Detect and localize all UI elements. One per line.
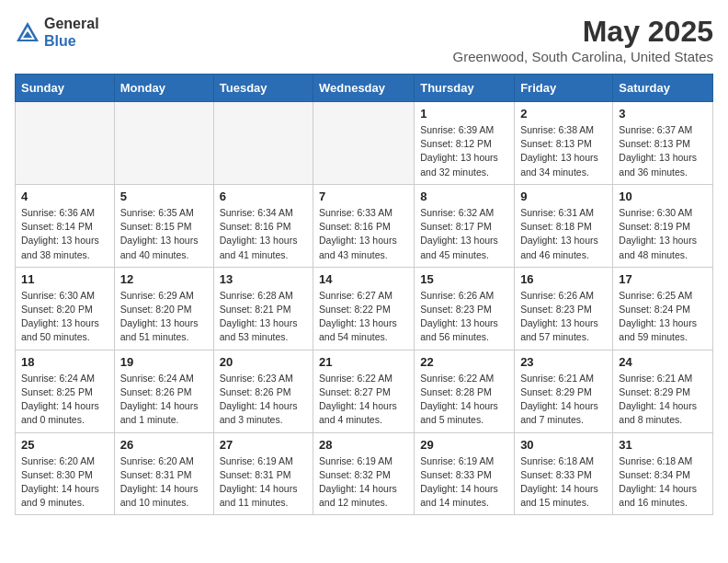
day-number: 29 [420,438,508,452]
day-number: 31 [619,438,707,452]
day-number: 12 [120,272,208,286]
day-number: 13 [220,272,307,286]
calendar-week-3: 11Sunrise: 6:30 AM Sunset: 8:20 PM Dayli… [16,267,713,350]
calendar-cell: 3Sunrise: 6:37 AM Sunset: 8:13 PM Daylig… [613,102,713,185]
calendar-cell: 1Sunrise: 6:39 AM Sunset: 8:12 PM Daylig… [415,102,515,185]
day-number: 30 [520,438,607,452]
day-info: Sunrise: 6:31 AM Sunset: 8:18 PM Dayligh… [520,206,607,262]
day-info: Sunrise: 6:28 AM Sunset: 8:21 PM Dayligh… [220,289,307,345]
day-number: 19 [120,355,208,369]
day-number: 9 [520,190,607,203]
column-header-wednesday: Wednesday [313,75,415,102]
day-info: Sunrise: 6:19 AM Sunset: 8:32 PM Dayligh… [319,454,408,511]
calendar-cell: 21Sunrise: 6:22 AM Sunset: 8:27 PM Dayli… [313,350,415,432]
day-number: 15 [420,272,508,286]
calendar-cell: 20Sunrise: 6:23 AM Sunset: 8:26 PM Dayli… [213,350,313,432]
day-info: Sunrise: 6:19 AM Sunset: 8:31 PM Dayligh… [220,454,307,511]
day-number: 3 [619,107,707,121]
day-number: 20 [220,355,307,369]
calendar-cell: 16Sunrise: 6:26 AM Sunset: 8:23 PM Dayli… [515,267,613,350]
day-info: Sunrise: 6:27 AM Sunset: 8:22 PM Dayligh… [319,289,408,345]
day-number: 22 [420,355,508,369]
calendar-cell: 9Sunrise: 6:31 AM Sunset: 8:18 PM Daylig… [515,184,613,267]
logo-icon [15,19,40,45]
day-number: 5 [120,190,208,203]
logo: General Blue [15,15,99,50]
calendar-cell: 11Sunrise: 6:30 AM Sunset: 8:20 PM Dayli… [16,267,115,350]
day-number: 17 [619,272,707,286]
day-info: Sunrise: 6:35 AM Sunset: 8:15 PM Dayligh… [120,206,208,262]
calendar-cell: 12Sunrise: 6:29 AM Sunset: 8:20 PM Dayli… [114,267,213,350]
calendar-cell: 4Sunrise: 6:36 AM Sunset: 8:14 PM Daylig… [16,184,115,267]
calendar-cell: 15Sunrise: 6:26 AM Sunset: 8:23 PM Dayli… [415,267,515,350]
calendar-cell: 31Sunrise: 6:18 AM Sunset: 8:34 PM Dayli… [613,432,713,515]
column-header-tuesday: Tuesday [213,75,313,102]
calendar-cell: 23Sunrise: 6:21 AM Sunset: 8:29 PM Dayli… [515,350,613,432]
day-info: Sunrise: 6:26 AM Sunset: 8:23 PM Dayligh… [420,289,508,345]
day-info: Sunrise: 6:22 AM Sunset: 8:27 PM Dayligh… [319,372,408,428]
day-number: 11 [21,272,108,286]
day-info: Sunrise: 6:24 AM Sunset: 8:26 PM Dayligh… [120,372,208,428]
title-block: May 2025 Greenwood, South Carolina, Unit… [453,15,714,64]
calendar-week-1: 1Sunrise: 6:39 AM Sunset: 8:12 PM Daylig… [16,102,713,185]
day-number: 18 [21,355,108,369]
calendar-week-4: 18Sunrise: 6:24 AM Sunset: 8:25 PM Dayli… [16,350,713,432]
calendar-cell: 26Sunrise: 6:20 AM Sunset: 8:31 PM Dayli… [114,432,213,515]
day-info: Sunrise: 6:19 AM Sunset: 8:33 PM Dayligh… [420,454,508,511]
calendar-subtitle: Greenwood, South Carolina, United States [453,49,714,64]
day-number: 25 [21,438,108,452]
calendar-cell: 25Sunrise: 6:20 AM Sunset: 8:30 PM Dayli… [16,432,115,515]
calendar-cell: 8Sunrise: 6:32 AM Sunset: 8:17 PM Daylig… [415,184,515,267]
calendar-cell [16,102,115,185]
calendar-cell: 28Sunrise: 6:19 AM Sunset: 8:32 PM Dayli… [313,432,415,515]
calendar-cell: 18Sunrise: 6:24 AM Sunset: 8:25 PM Dayli… [16,350,115,432]
column-header-saturday: Saturday [613,75,713,102]
day-info: Sunrise: 6:38 AM Sunset: 8:13 PM Dayligh… [520,123,607,179]
day-info: Sunrise: 6:20 AM Sunset: 8:31 PM Dayligh… [120,454,208,511]
day-info: Sunrise: 6:18 AM Sunset: 8:34 PM Dayligh… [619,454,707,511]
page-header: General Blue May 2025 Greenwood, South C… [15,15,713,64]
day-number: 21 [319,355,408,369]
calendar-cell: 7Sunrise: 6:33 AM Sunset: 8:16 PM Daylig… [313,184,415,267]
day-info: Sunrise: 6:23 AM Sunset: 8:26 PM Dayligh… [220,372,307,428]
day-info: Sunrise: 6:21 AM Sunset: 8:29 PM Dayligh… [520,372,607,428]
day-number: 16 [520,272,607,286]
day-info: Sunrise: 6:21 AM Sunset: 8:29 PM Dayligh… [619,372,707,428]
day-number: 26 [120,438,208,452]
day-number: 27 [220,438,307,452]
day-info: Sunrise: 6:26 AM Sunset: 8:23 PM Dayligh… [520,289,607,345]
day-number: 8 [420,190,508,203]
day-number: 1 [420,107,508,121]
calendar-header-row: SundayMondayTuesdayWednesdayThursdayFrid… [16,75,713,102]
calendar-cell [213,102,313,185]
day-number: 24 [619,355,707,369]
day-info: Sunrise: 6:30 AM Sunset: 8:20 PM Dayligh… [21,289,108,345]
day-number: 4 [21,190,108,203]
day-number: 10 [619,190,707,203]
day-info: Sunrise: 6:25 AM Sunset: 8:24 PM Dayligh… [619,289,707,345]
calendar-cell [114,102,213,185]
day-number: 23 [520,355,607,369]
day-number: 7 [319,190,408,203]
logo-blue: Blue [44,32,99,50]
calendar-cell: 17Sunrise: 6:25 AM Sunset: 8:24 PM Dayli… [613,267,713,350]
calendar-cell: 6Sunrise: 6:34 AM Sunset: 8:16 PM Daylig… [213,184,313,267]
day-info: Sunrise: 6:34 AM Sunset: 8:16 PM Dayligh… [220,206,307,262]
calendar-week-5: 25Sunrise: 6:20 AM Sunset: 8:30 PM Dayli… [16,432,713,515]
calendar-cell: 10Sunrise: 6:30 AM Sunset: 8:19 PM Dayli… [613,184,713,267]
column-header-sunday: Sunday [16,75,115,102]
day-number: 28 [319,438,408,452]
column-header-thursday: Thursday [415,75,515,102]
column-header-friday: Friday [515,75,613,102]
calendar-cell: 19Sunrise: 6:24 AM Sunset: 8:26 PM Dayli… [114,350,213,432]
calendar-table: SundayMondayTuesdayWednesdayThursdayFrid… [15,74,713,515]
day-info: Sunrise: 6:24 AM Sunset: 8:25 PM Dayligh… [21,372,108,428]
column-header-monday: Monday [114,75,213,102]
calendar-cell: 5Sunrise: 6:35 AM Sunset: 8:15 PM Daylig… [114,184,213,267]
calendar-week-2: 4Sunrise: 6:36 AM Sunset: 8:14 PM Daylig… [16,184,713,267]
calendar-cell: 22Sunrise: 6:22 AM Sunset: 8:28 PM Dayli… [415,350,515,432]
calendar-cell: 13Sunrise: 6:28 AM Sunset: 8:21 PM Dayli… [213,267,313,350]
calendar-cell: 24Sunrise: 6:21 AM Sunset: 8:29 PM Dayli… [613,350,713,432]
day-number: 6 [220,190,307,203]
calendar-cell: 27Sunrise: 6:19 AM Sunset: 8:31 PM Dayli… [213,432,313,515]
